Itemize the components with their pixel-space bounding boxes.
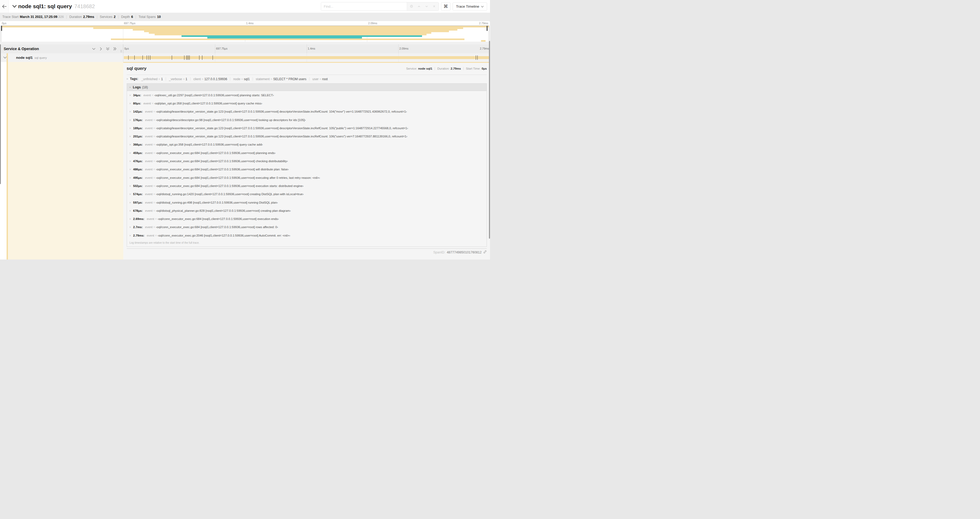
log-entry-row[interactable]: ›2.69ms:event = ‹sql/conn_executor_exec.… <box>127 215 487 223</box>
trace-minimap[interactable] <box>1 26 489 42</box>
deep-link-icon[interactable] <box>483 250 487 254</box>
trace-summary-item: Duration2.79ms <box>69 15 94 19</box>
log-entry-row[interactable]: ›678μs:event = ‹sql/distsql_physical_pla… <box>127 206 487 215</box>
find-next-icon[interactable] <box>423 3 430 9</box>
tag-key: _verbose <box>169 77 182 81</box>
log-entry-row[interactable]: ›2.79ms:event = ‹sql/conn_executor_exec.… <box>127 231 487 240</box>
back-button[interactable] <box>0 0 9 13</box>
locate-icon[interactable] <box>409 3 414 9</box>
log-equals: = <box>153 126 156 130</box>
tag-value: SELECT * FROM users <box>273 77 306 81</box>
tag-item[interactable]: user = root <box>312 77 328 81</box>
log-marker-tick <box>189 55 190 60</box>
log-entry-row[interactable]: ›366μs:event = ‹sql/plan_opt.go:358 [nsq… <box>127 141 487 149</box>
log-entry-row[interactable]: ›495μs:event = ‹sql/conn_executor_exec.g… <box>127 174 487 182</box>
view-selector-dropdown[interactable]: Trace Timeline <box>453 2 487 11</box>
log-entry-row[interactable]: ›597μs:event = ‹sql/distsql_running.go:4… <box>127 198 487 206</box>
minimap-scrubber-right[interactable] <box>487 26 488 31</box>
log-field-key: event <box>143 94 151 97</box>
log-entry-row[interactable]: ›201μs:event = ‹sql/catalog/lease/descri… <box>127 132 487 140</box>
log-entry-row[interactable]: ›2.7ms:event = ‹sql/conn_executor_exec.g… <box>127 223 487 231</box>
minimap-span-bar <box>111 38 465 40</box>
find-clear-icon[interactable] <box>431 3 437 9</box>
meta-service-value: node sql1 <box>418 67 432 70</box>
trace-title-text: node sql1: sql query <box>18 3 72 10</box>
log-equals: = <box>153 201 156 204</box>
find-prev-icon[interactable] <box>416 3 422 9</box>
log-entry-row[interactable]: ›486μs:event = ‹sql/conn_executor_exec.g… <box>127 165 487 174</box>
collapse-all-icon[interactable] <box>106 47 110 51</box>
span-row-name-cell[interactable]: node sql1 sql query <box>0 53 123 62</box>
timeline-tick-label: 0μs <box>2 22 6 25</box>
tag-key: statement <box>256 77 270 81</box>
log-entry-row[interactable]: ›574μs:event = ‹sql/distsql_running.go:1… <box>127 190 487 198</box>
log-expand-chevron-icon: › <box>130 102 131 105</box>
log-field-key: event <box>145 110 153 113</box>
timeline-tick-label: 697.75μs <box>124 22 135 25</box>
tags-row[interactable]: › Tags: _unfinished = 1_verbose = 1clien… <box>127 75 487 83</box>
tag-item[interactable]: _verbose = 1 <box>169 77 187 81</box>
detail-row-span-bar <box>123 62 489 63</box>
expand-one-icon[interactable] <box>99 47 102 51</box>
timeline-tick-label: 1.4ms <box>308 47 315 50</box>
expand-all-icon[interactable] <box>113 47 117 51</box>
log-timestamp: 486μs: <box>133 168 143 171</box>
summary-divider <box>118 15 119 19</box>
log-equals: = <box>153 225 156 228</box>
column-resizer-grip[interactable] <box>121 50 122 53</box>
summary-value: 2 <box>114 15 116 19</box>
log-timestamp: 189μs: <box>133 126 143 130</box>
log-field-value: ‹sql/conn_executor_exec.go:684 [nsql1,cl… <box>156 225 278 228</box>
log-timestamp: 142μs: <box>133 110 143 113</box>
trace-summary-item: Services2 <box>100 15 116 19</box>
log-entry-row[interactable]: ›189μs:event = ‹sql/catalog/lease/descri… <box>127 124 487 132</box>
logs-header[interactable]: › Logs (18) <box>127 84 487 91</box>
tag-item[interactable]: client = 127.0.0.1:59936 <box>193 77 227 81</box>
log-expand-chevron-icon: › <box>130 234 131 237</box>
left-scrollbar-thumb[interactable] <box>0 44 1 184</box>
span-id-row: SpanID: 4877749850101760812 <box>127 248 487 256</box>
summary-label: Total Spans <box>138 15 156 19</box>
minimap-canvas <box>1 26 489 42</box>
log-entry-row[interactable]: ›476μs:event = ‹sql/conn_executor_exec.g… <box>127 157 487 165</box>
meta-starttime-value: 0μs <box>482 67 487 70</box>
find-input[interactable] <box>321 2 407 11</box>
log-entry-row[interactable]: ›34μs:event = ‹sql/exec_util.go:2297 [ns… <box>127 91 487 99</box>
log-expand-chevron-icon: › <box>130 126 131 130</box>
span-color-strip <box>6 53 8 62</box>
minimap-tick-labels: 0μs697.75μs1.4ms2.09ms2.79ms <box>1 21 489 26</box>
page-scrollbar-thumb[interactable] <box>489 41 490 239</box>
tag-item[interactable]: node = sql1 <box>233 77 250 81</box>
log-expand-chevron-icon: › <box>130 110 131 113</box>
collapse-one-icon[interactable] <box>92 47 95 51</box>
log-entry-row[interactable]: ›459μs:event = ‹sql/conn_executor_exec.g… <box>127 149 487 157</box>
log-entry-row[interactable]: ›502μs:event = ‹sql/conn_executor_exec.g… <box>127 182 487 190</box>
log-field-key: event <box>145 126 153 130</box>
tag-item[interactable]: statement = SELECT * FROM users <box>256 77 306 81</box>
log-expand-chevron-icon: › <box>130 217 131 221</box>
log-entry-row[interactable]: ›142μs:event = ‹sql/catalog/lease/descri… <box>127 108 487 116</box>
tag-item[interactable]: _unfinished = 1 <box>141 77 163 81</box>
log-field-key: event <box>145 184 153 187</box>
log-entry-row[interactable]: ›176μs:event = ‹sql/catalog/descs/descri… <box>127 116 487 124</box>
toolbar: ⌘ Trace Timeline <box>321 2 490 11</box>
logs-footnote: Log timestamps are relative to the start… <box>127 240 487 247</box>
minimap-scrubber-left[interactable] <box>1 26 2 31</box>
span-collapse-icon[interactable] <box>3 56 6 59</box>
log-equals: = <box>153 143 156 146</box>
log-expand-chevron-icon: › <box>130 201 131 204</box>
span-row[interactable]: node sql1 sql query <box>0 53 490 62</box>
span-row-timeline-cell[interactable] <box>123 53 490 62</box>
timeline-tick-label: 2.09ms <box>399 47 408 50</box>
keyboard-shortcuts-button[interactable]: ⌘ <box>441 2 450 11</box>
log-marker-tick <box>172 55 172 60</box>
logs-count: (18) <box>142 85 148 89</box>
log-field-value: ‹sql/exec_util.go:2297 [nsql1,client=127… <box>154 94 274 97</box>
span-duration-bar[interactable] <box>124 56 489 59</box>
meta-service-label: Service: <box>406 67 417 70</box>
trace-collapse-icon[interactable] <box>13 5 17 8</box>
log-entry-row[interactable]: ›80μs:event = ‹sql/plan_opt.go:358 [nsql… <box>127 99 487 107</box>
log-timestamp: 597μs: <box>133 201 143 204</box>
timeline-tick-label: 0μs <box>124 47 129 50</box>
meta-duration-value: 2.79ms <box>451 67 461 70</box>
